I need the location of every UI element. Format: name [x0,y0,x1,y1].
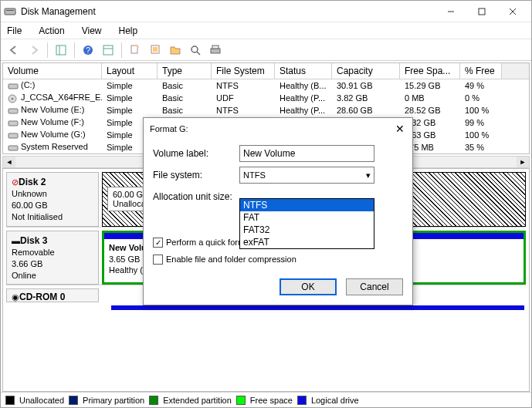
tool-icon[interactable] [207,42,224,59]
console-tree-button[interactable] [100,42,117,59]
file-system-value: NTFS [243,170,266,180]
allocation-size-label: Allocation unit size: [153,191,239,202]
quick-format-checkbox[interactable]: ✓ [153,238,163,248]
chevron-down-icon: ▾ [366,170,371,180]
svg-point-15 [191,46,198,52]
svg-point-21 [12,97,14,99]
cdrom-label: ◉CD-ROM 0 [6,288,99,302]
create-vhd-button[interactable] [127,42,144,59]
fs-option-fat[interactable]: FAT [240,211,374,224]
open-button[interactable] [167,42,184,59]
svg-rect-18 [212,46,219,49]
partition-strip [111,305,524,310]
svg-rect-1 [6,10,14,11]
volume-icon [8,106,19,116]
disk-drive-icon: ▬ [12,236,20,245]
svg-rect-10 [103,46,113,55]
svg-rect-17 [211,49,220,53]
col-status[interactable]: Status [275,63,332,79]
volume-icon [8,94,19,103]
legend-logical-label: Logical drive [311,396,359,405]
format-dialog: Format G: ✕ Volume label: File system: N… [143,117,413,305]
file-system-label: File system: [153,170,239,180]
refresh-button[interactable] [187,42,204,59]
minimize-button[interactable] [435,2,466,21]
col-capacity[interactable]: Capacity [332,63,400,79]
svg-text:?: ? [86,46,90,55]
svg-rect-24 [8,133,18,138]
legend: Unallocated Primary partition Extended p… [1,392,531,407]
svg-rect-3 [479,8,485,15]
ok-button[interactable]: OK [280,278,337,295]
titlebar: Disk Management [1,1,531,22]
menu-file[interactable]: File [4,24,25,38]
legend-extended-swatch [149,396,158,405]
volume-row[interactable]: New Volume (E:)SimpleBasicNTFSHealthy (P… [3,104,529,116]
svg-rect-14 [153,47,158,52]
legend-free-swatch [236,396,246,405]
svg-rect-12 [131,46,137,53]
volume-icon [8,143,19,153]
legend-free-label: Free space [250,396,293,405]
back-button[interactable] [5,42,22,59]
fs-option-exfat[interactable]: exFAT [240,236,374,248]
svg-rect-23 [8,121,18,126]
maximize-button[interactable] [466,2,497,21]
disk3-label: ▬Disk 3 Removable 3.66 GB Online [6,231,99,285]
legend-unallocated-swatch [5,396,15,405]
hide-console-tree-button[interactable] [53,42,69,59]
legend-primary-swatch [69,396,78,405]
col-free-space[interactable]: Free Spa... [400,63,460,79]
dialog-title: Format G: [150,124,188,133]
legend-primary-label: Primary partition [83,396,144,405]
col-filesystem[interactable]: File System [212,63,275,79]
help-button[interactable]: ? [80,42,97,59]
forward-button[interactable] [25,42,42,59]
app-icon [4,5,16,18]
volume-icon [8,82,19,91]
volume-row[interactable]: J_CCSA_X64FRE_E...SimpleBasicUDFHealthy … [3,92,529,104]
cdrom-icon: ◉ [12,292,19,302]
svg-rect-6 [56,46,66,55]
legend-logical-swatch [297,396,307,405]
svg-rect-19 [8,84,18,89]
toolbar: ? [1,39,531,61]
menubar: File Action View Help [1,22,531,39]
volume-icon [8,131,19,140]
svg-rect-0 [5,8,15,15]
col-volume[interactable]: Volume [3,63,102,79]
svg-rect-22 [8,109,18,113]
col-layout[interactable]: Layout [102,63,158,79]
volume-row[interactable]: (C:)SimpleBasicNTFSHealthy (B...30.91 GB… [3,79,529,92]
svg-line-16 [197,52,200,55]
menu-help[interactable]: Help [116,24,141,38]
file-system-combo[interactable]: NTFS ▾ [239,167,374,184]
file-system-dropdown[interactable]: NTFS FAT FAT32 exFAT [239,198,374,249]
scroll-left-icon[interactable]: ◄ [3,157,15,167]
cancel-button[interactable]: Cancel [346,278,403,295]
volume-label-input[interactable] [239,145,374,162]
attach-vhd-button[interactable] [147,42,164,59]
disk-offline-icon: ⊘ [12,177,19,187]
menu-view[interactable]: View [79,24,105,38]
volume-icon [8,119,19,128]
dialog-close-button[interactable]: ✕ [394,121,406,137]
col-type[interactable]: Type [158,63,212,79]
volume-table-header: Volume Layout Type File System Status Ca… [3,63,529,79]
compression-label: Enable file and folder compression [166,255,296,264]
scroll-right-icon[interactable]: ► [517,157,529,167]
svg-rect-25 [8,146,18,150]
legend-extended-label: Extended partition [163,396,232,405]
menu-action[interactable]: Action [36,24,67,38]
disk2-label: ⊘Disk 2 Unknown 60.00 GB Not Initialised [6,172,99,227]
close-button[interactable] [497,2,528,21]
compression-checkbox[interactable] [153,255,163,265]
window-title: Disk Management [21,6,435,17]
volume-label-label: Volume label: [153,148,239,159]
legend-unallocated-label: Unallocated [19,396,64,405]
fs-option-ntfs[interactable]: NTFS [240,199,374,211]
col-percent-free[interactable]: % Free [460,63,502,79]
fs-option-fat32[interactable]: FAT32 [240,224,374,236]
